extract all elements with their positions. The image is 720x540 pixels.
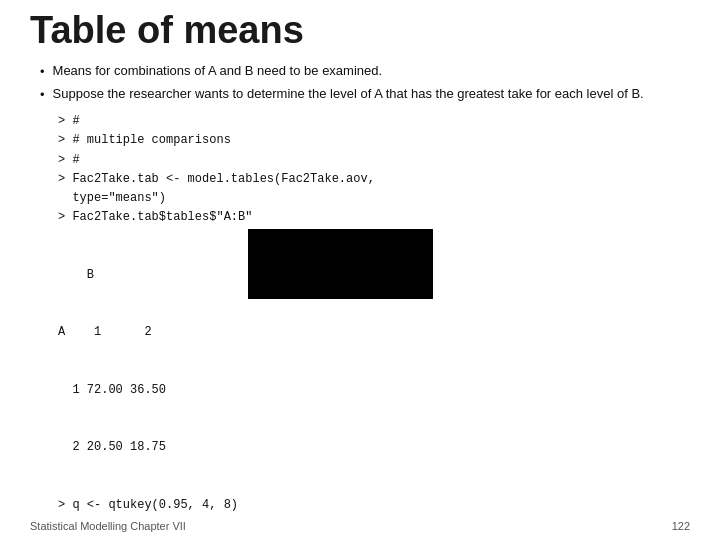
table-area: B A 1 2 1 72.00 36.50 2 20.50 18.75 > q … [58, 227, 690, 540]
code-line-3: > # [58, 151, 690, 170]
bullet-dot-2: • [40, 86, 45, 104]
footer: Statistical Modelling Chapter VII 122 [30, 520, 690, 532]
footer-right: 122 [672, 520, 690, 532]
table-line-5: > q <- qtukey(0.95, 4, 8) [58, 496, 238, 515]
code-block: > # > # multiple comparisons > # > Fac2T… [58, 112, 690, 540]
table-line-2: A 1 2 [58, 323, 238, 342]
code-table: B A 1 2 1 72.00 36.50 2 20.50 18.75 > q … [58, 227, 238, 540]
bullet-1-text: Means for combinations of A and B need t… [53, 62, 383, 80]
code-line-4: > Fac2Take.tab <- model.tables(Fac2Take.… [58, 170, 690, 189]
bullet-1: • Means for combinations of A and B need… [40, 62, 690, 81]
code-line-1: > # [58, 112, 690, 131]
bullet-dot-1: • [40, 63, 45, 81]
bullet-2: • Suppose the researcher wants to determ… [40, 85, 690, 104]
black-box-image [248, 229, 433, 299]
code-line-5: type="means") [58, 189, 690, 208]
table-line-1: B [58, 266, 238, 285]
footer-left: Statistical Modelling Chapter VII [30, 520, 186, 532]
code-line-2: > # multiple comparisons [58, 131, 690, 150]
code-line-6: > Fac2Take.tab$tables$"A:B" [58, 208, 690, 227]
bullet-2-text: Suppose the researcher wants to determin… [53, 85, 644, 103]
top-bullets: • Means for combinations of A and B need… [40, 62, 690, 104]
page: Table of means • Means for combinations … [0, 0, 720, 540]
table-line-4: 2 20.50 18.75 [58, 438, 238, 457]
table-line-3: 1 72.00 36.50 [58, 381, 238, 400]
page-title: Table of means [30, 10, 690, 52]
